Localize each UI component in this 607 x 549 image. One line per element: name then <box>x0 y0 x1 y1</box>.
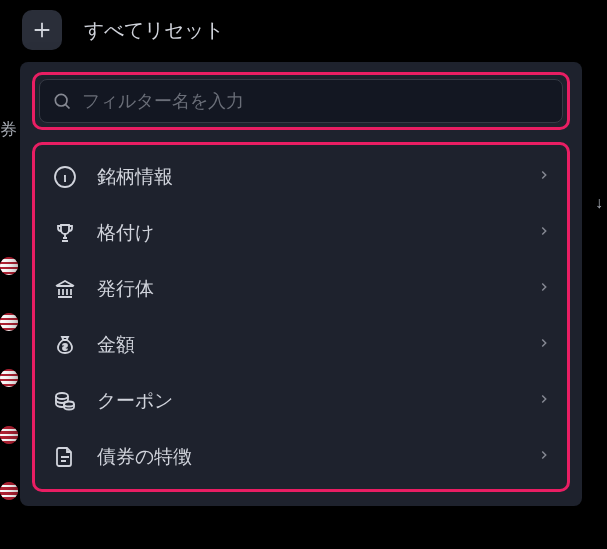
search-highlight <box>32 72 570 130</box>
svg-point-0 <box>55 94 67 106</box>
chevron-right-icon <box>537 168 551 186</box>
chevron-right-icon <box>537 224 551 242</box>
chevron-right-icon <box>537 448 551 466</box>
flag-icon <box>0 313 18 331</box>
moneybag-icon <box>51 333 79 357</box>
info-icon <box>51 165 79 189</box>
category-amount[interactable]: 金額 <box>37 317 565 373</box>
chevron-right-icon <box>537 280 551 298</box>
chevron-right-icon <box>537 392 551 410</box>
search-field[interactable] <box>39 79 563 123</box>
coins-icon <box>51 389 79 413</box>
sort-down-icon: ↓ <box>595 194 603 212</box>
category-label: 銘柄情報 <box>97 164 537 190</box>
category-issuer[interactable]: 発行体 <box>37 261 565 317</box>
filter-panel: 銘柄情報 格付け 発行体 <box>20 62 582 506</box>
category-label: クーポン <box>97 388 537 414</box>
bg-text: 券 <box>0 118 17 141</box>
reset-all-button[interactable]: すべてリセット <box>84 17 224 44</box>
flag-icon <box>0 369 18 387</box>
category-rating[interactable]: 格付け <box>37 205 565 261</box>
plus-icon <box>31 19 53 41</box>
search-input[interactable] <box>82 91 550 112</box>
category-coupon[interactable]: クーポン <box>37 373 565 429</box>
file-icon <box>51 445 79 469</box>
trophy-icon <box>51 221 79 245</box>
category-bond-feature[interactable]: 債券の特徴 <box>37 429 565 485</box>
category-list-highlight: 銘柄情報 格付け 発行体 <box>32 142 570 492</box>
flag-icon <box>0 426 18 444</box>
chevron-right-icon <box>537 336 551 354</box>
flag-icon <box>0 257 18 275</box>
add-filter-button[interactable] <box>22 10 62 50</box>
category-label: 格付け <box>97 220 537 246</box>
svg-point-2 <box>56 393 68 399</box>
category-label: 発行体 <box>97 276 537 302</box>
bank-icon <box>51 277 79 301</box>
flag-icon <box>0 482 18 500</box>
category-symbol-info[interactable]: 銘柄情報 <box>37 149 565 205</box>
category-label: 債券の特徴 <box>97 444 537 470</box>
category-label: 金額 <box>97 332 537 358</box>
svg-point-3 <box>64 402 74 407</box>
search-icon <box>52 91 72 111</box>
